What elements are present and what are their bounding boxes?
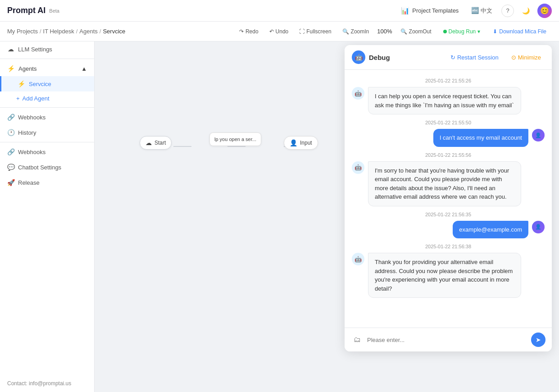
user-node-label: Input bbox=[300, 140, 312, 146]
debug-bot-icon: 🤖 bbox=[352, 50, 365, 64]
webhook-icon-2: 🔗 bbox=[7, 148, 14, 155]
webhook-icon-1: 🔗 bbox=[7, 114, 14, 121]
plus-icon: + bbox=[16, 95, 20, 102]
user-avatar-msg: 👤 bbox=[532, 221, 545, 233]
canvas-area[interactable]: ☁ Start lp you open a ser... 👤 Input I c… bbox=[95, 41, 559, 392]
breadcrumb-it-helpdesk[interactable]: IT Helpdesk bbox=[43, 28, 74, 35]
user-avatar-msg: 👤 bbox=[532, 129, 545, 141]
chevron-up-icon: ▲ bbox=[81, 65, 87, 72]
green-dot-icon bbox=[443, 30, 447, 33]
message-timestamp: 2025-01-22 21:55:56 bbox=[352, 152, 545, 158]
message-bubble: I can't access my email account bbox=[433, 129, 528, 147]
top-header: Prompt AI Beta 📊 Project Templates 🔤 中文 … bbox=[0, 0, 559, 22]
contact-info: Contact: info@promptai.us bbox=[0, 375, 94, 392]
download-label: Download Mica File bbox=[499, 28, 546, 35]
attach-button[interactable]: 🗂 bbox=[351, 333, 364, 346]
send-button[interactable]: ➤ bbox=[531, 333, 545, 347]
debug-input-row: 🗂 ➤ bbox=[345, 328, 552, 351]
start-label: Start bbox=[155, 140, 166, 146]
fullscreen-icon: ⛶ bbox=[299, 28, 304, 35]
servcice-label: Servcice bbox=[29, 81, 51, 87]
restart-session-button[interactable]: ↻ Restart Session bbox=[447, 52, 502, 63]
message-timestamp: 2025-01-22 21:55:50 bbox=[352, 120, 545, 125]
language-icon: 🔤 bbox=[471, 7, 479, 14]
add-agent-button[interactable]: + Add Agent bbox=[0, 91, 94, 105]
restart-label: Restart Session bbox=[457, 54, 499, 61]
divider-3 bbox=[0, 142, 94, 142]
undo-button[interactable]: ↶ Undo bbox=[265, 26, 293, 37]
attach-icon: 🗂 bbox=[354, 336, 361, 344]
agents-section-header[interactable]: ⚡ Agents ▲ bbox=[0, 61, 94, 76]
canvas-node-start[interactable]: ☁ Start bbox=[140, 136, 172, 150]
toolbar-actions: ↷ Redo ↶ Undo ⛶ Fullscreen 🔍 ZoomIn 100%… bbox=[235, 26, 552, 37]
language-button[interactable]: 🔤 中文 bbox=[468, 5, 496, 17]
history-icon: 🕐 bbox=[7, 129, 14, 136]
debug-header: 🤖 Debug ↻ Restart Session ⊙ Minimize bbox=[345, 45, 552, 70]
sidebar-item-history[interactable]: 🕐 History bbox=[0, 125, 94, 140]
debug-run-button[interactable]: Debug Run ▾ bbox=[438, 26, 486, 37]
download-button[interactable]: ⬇ Download Mica File bbox=[487, 26, 552, 37]
bot-avatar: 🤖 bbox=[352, 253, 364, 265]
fullscreen-button[interactable]: ⛶ Fullscreen bbox=[295, 26, 336, 37]
debug-input[interactable] bbox=[367, 337, 527, 343]
help-button[interactable]: ? bbox=[501, 5, 514, 17]
top-nav-right: 📊 Project Templates 🔤 中文 ? 🌙 😊 bbox=[397, 4, 552, 18]
redo-label: Redo bbox=[245, 28, 259, 35]
agent-icon: ⚡ bbox=[18, 80, 25, 87]
avatar-icon: 😊 bbox=[540, 6, 549, 15]
message-bubble: Thank you for providing your alternative… bbox=[368, 253, 521, 298]
sidebar-item-llm-settings[interactable]: ☁ LLM Settings bbox=[0, 41, 94, 57]
download-icon: ⬇ bbox=[493, 28, 497, 35]
user-avatar[interactable]: 😊 bbox=[537, 4, 552, 18]
minimize-button[interactable]: ⊙ Minimize bbox=[508, 52, 545, 63]
canvas-node-msg1[interactable]: lp you open a ser... bbox=[209, 132, 261, 146]
breadcrumb-my-projects[interactable]: My Projects bbox=[7, 28, 38, 35]
help-icon: ? bbox=[506, 7, 509, 14]
message-row: 👤example@example.com bbox=[352, 221, 545, 239]
chart-icon: 📊 bbox=[401, 7, 409, 15]
brand-logo: Prompt AI Beta bbox=[7, 6, 59, 15]
fullscreen-label: Fullscreen bbox=[306, 28, 331, 35]
sidebar-item-chatbot-settings[interactable]: 💬 Chatbot Settings bbox=[0, 160, 94, 175]
send-icon: ➤ bbox=[536, 336, 541, 343]
brand-name: Prompt AI bbox=[7, 6, 45, 15]
message-timestamp: 2025-01-22 21:56:35 bbox=[352, 212, 545, 217]
message-bubble: example@example.com bbox=[453, 221, 528, 239]
sidebar-item-webhooks2[interactable]: 🔗 Webhooks bbox=[0, 144, 94, 160]
agents-icon: ⚡ bbox=[7, 65, 15, 72]
sidebar-item-servcice[interactable]: ⚡ Servcice bbox=[0, 76, 94, 91]
start-icon: ☁ bbox=[145, 139, 152, 146]
debug-run-label: Debug Run bbox=[449, 28, 476, 35]
breadcrumb-agents[interactable]: Agents bbox=[79, 28, 97, 35]
agents-label: Agents bbox=[18, 65, 36, 72]
minimize-icon: ⊙ bbox=[511, 54, 516, 61]
language-label: 中文 bbox=[481, 7, 492, 14]
redo-button[interactable]: ↷ Redo bbox=[235, 26, 263, 37]
sidebar-item-webhooks1[interactable]: 🔗 Webhooks bbox=[0, 109, 94, 125]
user-node-icon: 👤 bbox=[290, 139, 297, 146]
project-templates-button[interactable]: 📊 Project Templates bbox=[397, 5, 462, 17]
dark-mode-button[interactable]: 🌙 bbox=[519, 5, 532, 17]
zoomin-button[interactable]: 🔍 ZoomIn bbox=[338, 26, 374, 37]
chatbot-icon: 💬 bbox=[7, 164, 14, 171]
main-layout: ☁ LLM Settings ⚡ Agents ▲ ⚡ Servcice + A… bbox=[0, 41, 559, 392]
message-row: 🤖I can help you open a service request t… bbox=[352, 87, 545, 114]
canvas-node-user[interactable]: 👤 Input bbox=[284, 136, 318, 150]
sidebar-item-release[interactable]: 🚀 Release bbox=[0, 175, 94, 190]
project-templates-label: Project Templates bbox=[412, 7, 459, 14]
debug-messages: 2025-01-22 21:55:26🤖I can help you open … bbox=[345, 70, 552, 328]
sidebar: ☁ LLM Settings ⚡ Agents ▲ ⚡ Servcice + A… bbox=[0, 41, 95, 392]
breadcrumb-sep-2: / bbox=[76, 28, 78, 35]
zoomout-button[interactable]: 🔍 ZoomOut bbox=[396, 26, 436, 37]
llm-settings-label: LLM Settings bbox=[18, 46, 52, 53]
release-icon: 🚀 bbox=[7, 179, 14, 186]
moon-icon: 🌙 bbox=[522, 7, 530, 14]
zoomout-label: ZoomOut bbox=[409, 28, 432, 35]
breadcrumb: My Projects / IT Helpdesk / Agents / Ser… bbox=[7, 28, 125, 35]
add-agent-label: Add Agent bbox=[23, 95, 50, 102]
restart-icon: ↻ bbox=[450, 54, 455, 61]
debug-actions: ↻ Restart Session ⊙ Minimize bbox=[447, 52, 545, 63]
debug-panel: 🤖 Debug ↻ Restart Session ⊙ Minimize 202 bbox=[345, 45, 552, 351]
connector-2 bbox=[227, 146, 245, 147]
breadcrumb-sep-3: / bbox=[100, 28, 101, 35]
